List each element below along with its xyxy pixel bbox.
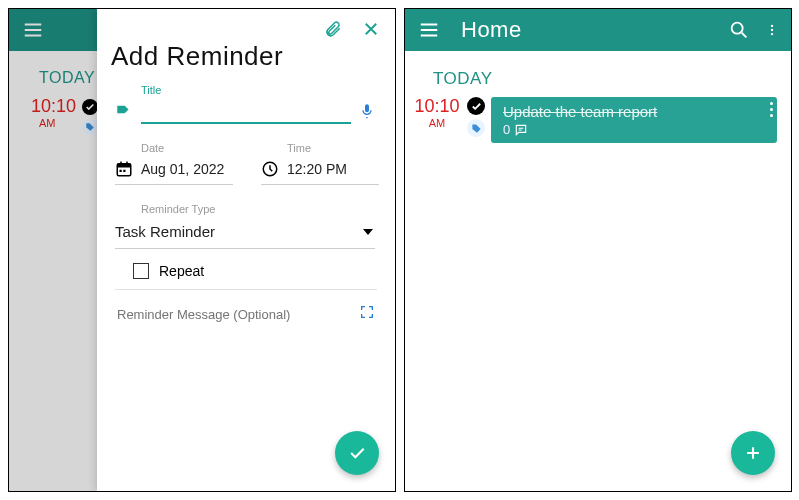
svg-rect-4 xyxy=(120,170,122,172)
menu-icon[interactable] xyxy=(417,18,441,42)
expand-icon[interactable] xyxy=(359,304,375,324)
svg-point-7 xyxy=(732,23,743,34)
title-field-label: Title xyxy=(141,84,375,96)
repeat-checkbox-row[interactable]: Repeat xyxy=(115,249,377,290)
attachment-icon[interactable] xyxy=(321,17,345,41)
reminder-time: 10:10 xyxy=(413,97,461,115)
svg-point-8 xyxy=(771,25,773,27)
screen-add-reminder: TODAY 10:10 AM A xyxy=(8,8,396,492)
reminder-row: 10:10 AM Update the team report 0 xyxy=(405,97,791,143)
appbar-title: Home xyxy=(461,17,727,43)
close-icon[interactable] xyxy=(359,17,383,41)
today-header: TODAY xyxy=(405,51,791,97)
tag-icon[interactable] xyxy=(115,102,133,120)
message-input[interactable] xyxy=(117,307,359,322)
time-picker[interactable]: 12:20 PM xyxy=(261,160,379,185)
comment-icon xyxy=(514,123,528,137)
repeat-checkbox[interactable] xyxy=(133,263,149,279)
reminder-ampm: AM xyxy=(413,117,461,129)
screen-home: Home TODAY 10:10 AM Update the te xyxy=(404,8,792,492)
time-value: 12:20 PM xyxy=(287,161,347,177)
search-icon[interactable] xyxy=(727,18,751,42)
type-label: Reminder Type xyxy=(141,203,375,215)
chevron-down-icon xyxy=(363,229,373,235)
reminder-card[interactable]: Update the team report 0 xyxy=(491,97,777,143)
svg-rect-1 xyxy=(117,164,131,168)
svg-point-9 xyxy=(771,29,773,31)
comment-count: 0 xyxy=(503,122,510,137)
check-circle-icon[interactable] xyxy=(467,97,485,115)
appbar: Home xyxy=(405,9,791,51)
reminder-type-select[interactable]: Task Reminder xyxy=(115,217,375,249)
reminder-title: Update the team report xyxy=(503,103,767,120)
svg-point-10 xyxy=(771,33,773,35)
confirm-fab[interactable] xyxy=(335,431,379,475)
svg-rect-2 xyxy=(120,162,122,165)
date-label: Date xyxy=(141,142,233,154)
mic-icon[interactable] xyxy=(359,103,375,119)
tag-circle-icon[interactable] xyxy=(467,119,485,137)
date-picker[interactable]: Aug 01, 2022 xyxy=(115,160,233,185)
svg-rect-5 xyxy=(123,170,125,172)
add-fab[interactable] xyxy=(731,431,775,475)
date-value: Aug 01, 2022 xyxy=(141,161,224,177)
add-reminder-sheet: Add Reminder Title Date Aug 01, 2022 Tim… xyxy=(97,9,395,491)
repeat-label: Repeat xyxy=(159,263,204,279)
card-menu-icon[interactable] xyxy=(770,99,773,120)
title-input[interactable] xyxy=(141,98,351,124)
sheet-title: Add Reminder xyxy=(97,41,395,80)
type-value: Task Reminder xyxy=(115,223,215,240)
svg-rect-3 xyxy=(126,162,128,165)
time-label: Time xyxy=(287,142,379,154)
overflow-menu-icon[interactable] xyxy=(765,18,779,42)
